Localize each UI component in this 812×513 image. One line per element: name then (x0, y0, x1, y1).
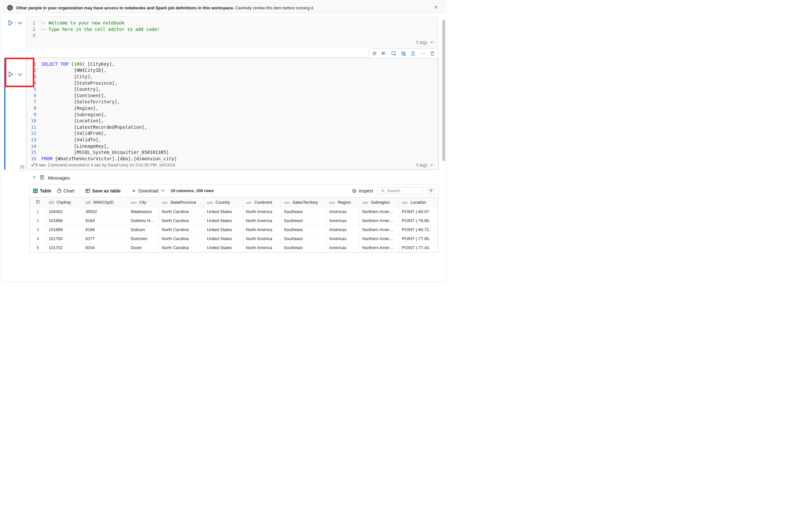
column-header[interactable]: ANY SalesTerritory (281, 197, 327, 207)
language-selector[interactable]: T-SQL (416, 40, 434, 45)
table-cell: POINT (-77.43. (399, 243, 438, 252)
filter-button[interactable] (427, 187, 435, 195)
table-row[interactable]: 51017019334DoverNorth CarolinaUnited Sta… (30, 243, 438, 252)
cell-2: M↓ 12345678910111213141516 SELECT TOP (1… (3, 58, 438, 170)
svg-rect-19 (86, 189, 90, 192)
run-menu-button[interactable] (17, 71, 23, 78)
download-label: Download (139, 188, 158, 193)
language-selector[interactable]: T-SQL (416, 163, 434, 168)
convert-markdown-button[interactable]: M↓ (380, 49, 388, 58)
table-row[interactable]: 21016989164Dobbins H…North CarolinaUnite… (30, 216, 438, 225)
banner-bold: Other people in your organization may ha… (16, 5, 234, 10)
messages-toggle[interactable]: Messages (29, 173, 438, 184)
table-cell: 9334 (83, 243, 128, 252)
cell-body[interactable]: M↓ 12345678910111213141516 SELECT TOP (1… (26, 58, 438, 170)
output-panel: ⋯ Messages Table Chart (29, 173, 438, 253)
code-lines[interactable]: SELECT TOP (100) [CityKey], [WWICityID],… (41, 61, 177, 162)
search-input[interactable]: Search (378, 187, 423, 194)
svg-rect-15 (33, 192, 34, 193)
table-cell: Northern Amer… (360, 207, 399, 216)
table-row[interactable]: 41017009277DortchesNorth CarolinaUnited … (30, 234, 438, 243)
column-header[interactable]: 123 CityKey (46, 197, 83, 207)
copilot-icon[interactable] (370, 49, 379, 58)
success-icon (31, 163, 35, 168)
column-header[interactable]: ANY Region (326, 197, 359, 207)
table-cell: 101701 (46, 243, 83, 252)
table-cell: United States (204, 216, 243, 225)
inspect-button[interactable]: Inspect (352, 188, 373, 193)
separator (15, 72, 16, 77)
cell-run-controls (3, 58, 26, 78)
active-indicator (4, 58, 5, 170)
table-cell: Southeast (281, 225, 327, 234)
table-cell: United States (204, 225, 243, 234)
view-chart-button[interactable]: Chart (57, 188, 75, 193)
language-label: T-SQL (416, 163, 428, 168)
svg-point-5 (421, 53, 422, 54)
column-header[interactable]: 123 WWICityID (83, 197, 128, 207)
svg-point-7 (424, 53, 425, 54)
column-header[interactable]: ANY Subregion (360, 197, 399, 207)
run-menu-button[interactable] (17, 20, 23, 26)
table-cell: Dover (128, 243, 159, 252)
row-index: 4 (30, 234, 46, 243)
code-lines[interactable]: -- Welcome to your new notebook-- Type h… (40, 20, 160, 39)
table-row[interactable]: 31016999166DobsonNorth CarolinaUnited St… (30, 225, 438, 234)
info-banner: i Other people in your organization may … (2, 2, 444, 13)
execution-detail: - Command executed in 4 sec by David Lev… (45, 163, 175, 168)
table-cell: 35552 (83, 207, 128, 216)
table-cell: North America (243, 207, 281, 216)
table-cell: Americas (326, 225, 359, 234)
lock-icon[interactable] (409, 49, 417, 58)
delete-button[interactable] (428, 49, 437, 58)
code-editor[interactable]: 123 -- Welcome to your new notebook-- Ty… (31, 20, 434, 39)
column-header[interactable]: ANY Country (204, 197, 243, 207)
table-cell: 9166 (83, 225, 128, 234)
separator (15, 20, 16, 26)
duplicate-button[interactable] (399, 49, 408, 58)
column-header[interactable]: ANY Location (399, 197, 438, 207)
table-cell: North Carolina (159, 243, 204, 252)
column-header[interactable]: ANY Continent (243, 197, 281, 207)
download-button[interactable]: Download (132, 188, 166, 194)
chevron-down-icon (430, 163, 434, 168)
table-cell: POINT (-77.85. (399, 234, 438, 243)
table-cell: 9164 (83, 216, 128, 225)
save-as-table-button[interactable]: Save as table (85, 188, 121, 193)
table-cell: Americas (326, 216, 359, 225)
inspect-label: Inspect (359, 188, 373, 193)
svg-rect-10 (35, 189, 36, 190)
svg-rect-13 (35, 190, 36, 191)
table-cell: Dobson (128, 225, 159, 234)
more-output-icon[interactable]: ⋯ (20, 168, 24, 173)
table-cell: POINT (-80.72. (399, 225, 438, 234)
row-index: 1 (30, 207, 46, 216)
run-cell-button[interactable] (7, 71, 14, 78)
table-cell: Americas (326, 207, 359, 216)
table-cell: Dortches (128, 234, 159, 243)
cell-body[interactable]: 123 -- Welcome to your new notebook-- Ty… (26, 17, 438, 47)
info-icon: i (7, 5, 13, 10)
messages-label: Messages (48, 175, 70, 181)
result-table[interactable]: 123 CityKey123 WWICityIDANY CityANY Stat… (30, 197, 438, 252)
duration-text: 6 sec (35, 163, 45, 168)
more-icon[interactable] (418, 49, 427, 58)
table-cell: 9277 (83, 234, 128, 243)
column-header[interactable]: ANY StateProvince (159, 197, 204, 207)
table-cell: POINT (-79.69. (399, 216, 438, 225)
svg-rect-16 (35, 192, 36, 193)
table-cell: Northern Amer… (360, 225, 399, 234)
svg-rect-17 (36, 192, 38, 193)
table-cell: 101699 (46, 225, 83, 234)
table-cell: United States (204, 207, 243, 216)
table-row[interactable]: 110430235552WadesboroNorth CarolinaUnite… (30, 207, 438, 216)
code-editor[interactable]: 12345678910111213141516 SELECT TOP (100)… (31, 61, 434, 162)
column-header[interactable]: ANY City (128, 197, 159, 207)
view-table-button[interactable]: Table (33, 188, 52, 193)
table-cell: North Carolina (159, 225, 204, 234)
run-cell-button[interactable] (7, 20, 14, 26)
close-icon[interactable] (434, 5, 439, 10)
clear-output-button[interactable] (389, 49, 398, 58)
chevron-right-icon (32, 175, 36, 181)
table-cell: Dobbins H… (128, 216, 159, 225)
